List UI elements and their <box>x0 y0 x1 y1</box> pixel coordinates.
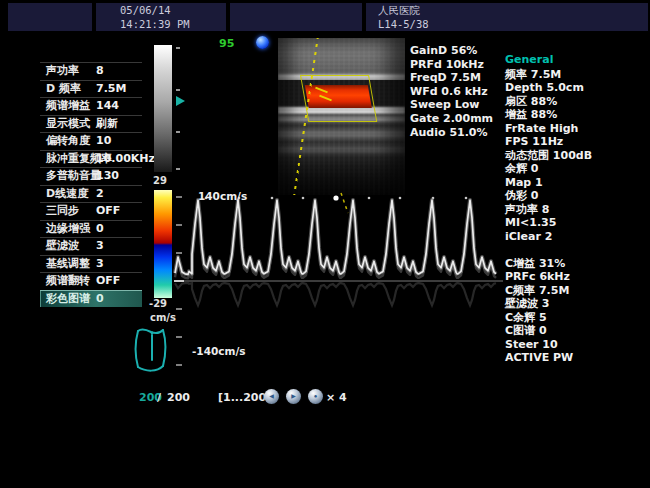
gray-tick <box>176 47 180 49</box>
readout-line: FrRate High <box>505 122 592 136</box>
param-value: 130 <box>96 168 119 185</box>
left-param-row[interactable]: 频谱增益144 <box>40 97 142 115</box>
gray-tick <box>176 131 180 133</box>
grayscale-bar <box>154 45 172 172</box>
param-label: 显示模式 <box>46 116 90 133</box>
color-pw-readouts: C增益 31%PRFc 6kHzC频率 7.5M壁滤波 3C余辉 5C图谱 0S… <box>505 257 592 365</box>
readout-line: C增益 31% <box>505 257 592 271</box>
readout-line: 声功率 8 <box>505 203 592 217</box>
param-value: 0 <box>96 291 104 308</box>
param-value: 2 <box>96 186 104 203</box>
readout-line: 动态范围 100dB <box>505 149 592 163</box>
color-scale-max: 29 <box>153 175 167 186</box>
param-label: 三同步 <box>46 203 79 220</box>
cine-previous-button[interactable]: ◀ <box>264 389 279 404</box>
readout-line: 扇区 88% <box>505 95 592 109</box>
cine-play-button[interactable]: ▶ <box>286 389 301 404</box>
param-label: 彩色图谱 <box>46 291 90 308</box>
param-label: 声功率 <box>46 63 79 80</box>
left-param-row[interactable]: 基线调整3 <box>40 255 142 273</box>
param-label: D 频率 <box>46 81 81 98</box>
date-text: 05/06/14 <box>96 3 226 17</box>
velocity-scale-max: 140cm/s <box>198 190 247 202</box>
cine-bar: 200 / 200 [1...200] ◀ ▶ ● × 4 <box>0 388 650 410</box>
readout-line: 壁滤波 3 <box>505 297 592 311</box>
overlay-line: PRFd 10kHz <box>410 58 493 72</box>
param-value: 8 <box>96 63 104 80</box>
cine-separator: / <box>157 391 161 404</box>
readout-line: Map 1 <box>505 176 592 190</box>
status-indicator-dot <box>256 36 269 49</box>
velocity-scale-min: -140cm/s <box>192 345 246 357</box>
topbar-empty-segment <box>230 3 362 31</box>
param-label: 基线调整 <box>46 256 90 273</box>
overlay-line: Gate 2.00mm <box>410 112 493 126</box>
left-param-row[interactable]: 频谱翻转OFF <box>40 272 142 290</box>
param-label: 边缘增强 <box>46 221 90 238</box>
cine-speed: × 4 <box>326 391 347 404</box>
readout-line: ACTIVE PW <box>505 351 592 365</box>
bmode-gain-indicator: 95 <box>219 37 234 50</box>
left-param-row[interactable]: 脉冲重复频率10.00KHz <box>40 150 142 168</box>
readout-line: C频率 7.5M <box>505 284 592 298</box>
param-value: 0 <box>96 221 104 238</box>
left-param-row[interactable]: 壁滤波3 <box>40 237 142 255</box>
param-label: 多普勒音量 <box>46 168 101 185</box>
left-param-row[interactable]: D 频率7.5M <box>40 80 142 98</box>
param-value: 刷新 <box>96 116 118 133</box>
left-param-row[interactable]: 彩色图谱0 <box>40 290 142 308</box>
readout-line: Depth 5.0cm <box>505 81 592 95</box>
param-value: 7.5M <box>96 81 126 98</box>
general-readouts: 频率 7.5MDepth 5.0cm扇区 88%增益 88%FrRate Hig… <box>505 68 592 244</box>
param-label: 频谱翻转 <box>46 273 90 290</box>
left-param-row[interactable]: D线速度2 <box>40 185 142 203</box>
ultrasound-screen: 05/06/14 14:21:39 PM 人民医院 L14-5/38 声功率8D… <box>0 0 650 488</box>
overlay-line: GainD 56% <box>410 44 493 58</box>
probe-model: L14-5/38 <box>366 17 648 31</box>
left-param-row[interactable]: 显示模式刷新 <box>40 115 142 133</box>
readout-line: C余辉 5 <box>505 311 592 325</box>
param-value: 144 <box>96 98 119 115</box>
gray-tick <box>176 89 180 91</box>
param-value: OFF <box>96 273 120 290</box>
readout-line: 增益 88% <box>505 108 592 122</box>
readout-line: Steer 10 <box>505 338 592 352</box>
param-label: D线速度 <box>46 186 88 203</box>
doppler-params-overlay: GainD 56%PRFd 10kHzFreqD 7.5MWFd 0.6 kHz… <box>410 44 493 139</box>
param-label: 频谱增益 <box>46 98 90 115</box>
readout-line: 伪彩 0 <box>505 189 592 203</box>
left-param-row[interactable]: 边缘增强0 <box>40 220 142 238</box>
param-value: OFF <box>96 203 120 220</box>
readout-line: iClear 2 <box>505 230 592 244</box>
topbar-patient-segment <box>8 3 92 31</box>
bmode-image[interactable] <box>278 38 405 195</box>
readout-line: FPS 11Hz <box>505 135 592 149</box>
topbar-datetime-segment: 05/06/14 14:21:39 PM <box>96 3 226 31</box>
focus-marker-icon[interactable] <box>176 96 185 106</box>
overlay-line: WFd 0.6 kHz <box>410 85 493 99</box>
param-value: 3 <box>96 238 104 255</box>
overlay-line: Audio 51.0% <box>410 126 493 140</box>
overlay-line: Sweep Low <box>410 98 493 112</box>
panel-gap <box>505 243 592 257</box>
gray-tick <box>176 168 180 170</box>
time-text: 14:21:39 PM <box>96 17 226 31</box>
readout-line: PRFc 6kHz <box>505 270 592 284</box>
cine-total-frames: 200 <box>167 391 190 404</box>
param-value: 3 <box>96 256 104 273</box>
cine-stop-button[interactable]: ● <box>308 389 323 404</box>
hospital-name: 人民医院 <box>366 3 648 17</box>
body-marker-icon[interactable] <box>130 325 170 375</box>
param-value: 10 <box>96 133 111 150</box>
left-parameter-panel: 声功率8D 频率7.5M频谱增益144显示模式刷新偏转角度10脉冲重复频率10.… <box>40 62 142 307</box>
overlay-line: FreqD 7.5M <box>410 71 493 85</box>
left-param-row[interactable]: 三同步OFF <box>40 202 142 220</box>
left-param-row[interactable]: 声功率8 <box>40 62 142 80</box>
param-value: 10.00KHz <box>96 151 155 168</box>
left-param-row[interactable]: 多普勒音量130 <box>40 167 142 185</box>
readout-line: 频率 7.5M <box>505 68 592 82</box>
right-panel-header: General <box>505 53 592 67</box>
readout-line: MI<1.35 <box>505 216 592 230</box>
left-param-row[interactable]: 偏转角度10 <box>40 132 142 150</box>
readout-line: C图谱 0 <box>505 324 592 338</box>
